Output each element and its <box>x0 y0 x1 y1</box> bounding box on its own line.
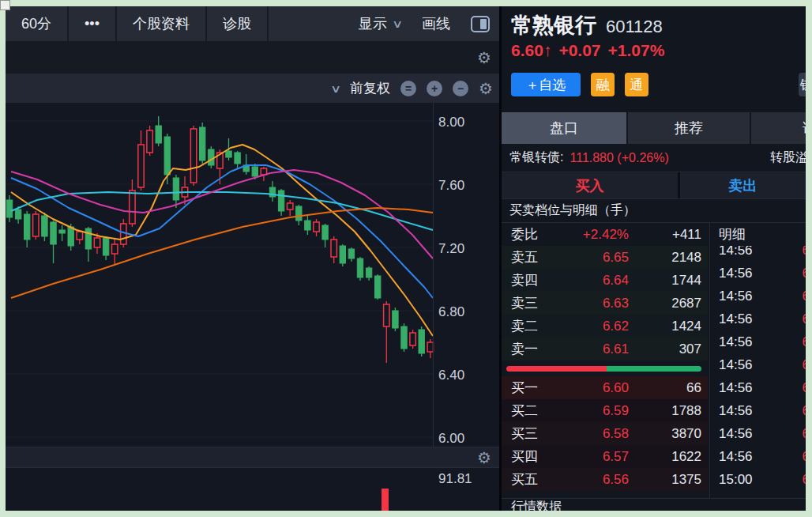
detail-row-6[interactable]: 14:566 <box>711 376 806 399</box>
price-row: 6.60↑ +0.07 +1.07% <box>511 41 664 60</box>
ask-row-4[interactable]: 卖四6.641744 <box>502 269 708 292</box>
chart-toolbar: 60分 ••• 个股资料 诊股 显示 ∨ 画线 <box>6 6 499 41</box>
price-change-pct: +1.07% <box>608 41 665 60</box>
detail-row-8[interactable]: 14:566 <box>711 422 806 445</box>
adjust-mode-label[interactable]: 前复权 <box>350 79 390 97</box>
bond-value: 111.880 (+0.26%) <box>570 151 668 165</box>
indicator-row: ⚙ <box>6 41 499 74</box>
detail-row-9[interactable]: 14:566 <box>711 445 806 468</box>
trade-detail-list[interactable]: 明细 14:56614:56614:56614:56614:56614:5661… <box>711 223 806 498</box>
last-price: 6.60↑ <box>511 41 551 60</box>
gear-icon[interactable]: ⚙ <box>479 81 493 96</box>
axis-tick-label: 6.80 <box>438 304 495 320</box>
gear-icon[interactable]: ⚙ <box>477 50 491 66</box>
axis-tick-label: 6.40 <box>438 368 495 383</box>
zoom-out-button[interactable]: − <box>453 81 468 96</box>
ask-row-3[interactable]: 卖三6.632687 <box>502 292 708 315</box>
clipped-button[interactable]: 钱 <box>799 73 806 96</box>
volume-bar <box>382 489 389 511</box>
ask-row-5[interactable]: 卖五6.652148 <box>502 246 708 269</box>
axis-tick-label: 7.20 <box>438 241 495 257</box>
bid-ask-ratio-bar <box>502 360 708 376</box>
bond-premium-label: 转股溢 <box>770 149 806 166</box>
bid-row-2[interactable]: 买二6.591788 <box>502 399 708 422</box>
ma-fast-amber <box>11 145 433 336</box>
quote-panel: 常熟银行 601128 6.60↑ +0.07 +1.07% ＋自选 融 通 钱… <box>499 6 806 511</box>
candlestick-svg[interactable] <box>6 103 499 447</box>
tab-2[interactable]: 论 <box>751 112 806 144</box>
convertible-bond-row[interactable]: 常银转债: 111.880 (+0.26%) 转股溢 <box>502 144 806 172</box>
orderbook-title: 买卖档位与明细（手） <box>502 199 806 223</box>
action-buttons: ＋自选 融 通 <box>511 73 648 96</box>
bid-row-4[interactable]: 买四6.571622 <box>502 445 708 468</box>
ask-row-2[interactable]: 卖二6.621424 <box>502 315 708 338</box>
price-change: +0.07 <box>558 41 600 60</box>
gear-icon[interactable]: ⚙ <box>477 450 491 466</box>
detail-row-5[interactable]: 14:566 <box>711 353 806 376</box>
screen: 60分 ••• 个股资料 诊股 显示 ∨ 画线 ⚙ ∨ 前复权 <box>0 0 812 517</box>
margin-badge[interactable]: 融 <box>591 73 615 96</box>
detail-header: 明细 <box>711 223 806 246</box>
more-periods-button[interactable]: ••• <box>69 6 117 41</box>
bid-row-1[interactable]: 买一6.6066 <box>502 376 708 399</box>
bid-row-3[interactable]: 买三6.583870 <box>502 422 708 445</box>
add-watchlist-button[interactable]: ＋自选 <box>511 73 581 96</box>
draw-line-button[interactable]: 画线 <box>422 14 450 33</box>
market-data-section-label[interactable]: 行情数据 <box>502 498 806 511</box>
stock-name: 常熟银行 <box>511 11 596 40</box>
diagnose-button[interactable]: 诊股 <box>207 6 269 41</box>
buy-button[interactable]: 买入 <box>502 172 680 198</box>
chevron-down-icon: ∨ <box>392 17 403 30</box>
sidebar-toggle-icon[interactable] <box>471 16 490 32</box>
chevron-down-icon[interactable]: ∨ <box>330 82 341 95</box>
panel-tabs: 盘口推荐论 <box>502 112 806 144</box>
bid-row-5[interactable]: 买五6.561375 <box>502 468 708 491</box>
axis-tick-label: 6.00 <box>438 431 495 447</box>
ask-row-1[interactable]: 卖一6.61307 <box>502 338 708 360</box>
chart-pane: 60分 ••• 个股资料 诊股 显示 ∨ 画线 ⚙ ∨ 前复权 <box>6 6 499 511</box>
detail-row-3[interactable]: 14:566 <box>711 308 806 330</box>
detail-row-4[interactable]: 14:566 <box>711 330 806 353</box>
display-menu-button[interactable]: 显示 ∨ <box>359 14 401 33</box>
detail-row-7[interactable]: 14:566 <box>711 399 806 422</box>
sell-button[interactable]: 卖出 <box>680 172 806 198</box>
adjust-row: ∨ 前复权 = + − ⚙ <box>6 74 499 103</box>
screenshot-artifact <box>0 0 10 10</box>
trading-app-window: 60分 ••• 个股资料 诊股 显示 ∨ 画线 ⚙ ∨ 前复权 <box>6 6 806 511</box>
stock-title: 常熟银行 601128 <box>511 11 663 40</box>
orderbook-header[interactable]: 委比+2.42%+411 <box>502 223 708 246</box>
bond-label: 常银转债: <box>509 149 563 166</box>
axis-tick-label: 8.00 <box>438 115 495 130</box>
volume-scale-label: 91.81 <box>438 471 472 487</box>
detail-row-10[interactable]: 15:006 <box>711 468 806 491</box>
volume-pane[interactable]: 91.81 <box>6 468 499 511</box>
volume-pane-header: ⚙ <box>6 447 499 468</box>
ma-slow-magenta <box>11 170 433 258</box>
display-label: 显示 <box>359 14 387 33</box>
tab-1[interactable]: 推荐 <box>628 112 751 144</box>
candlestick-chart[interactable] <box>6 103 499 447</box>
connect-badge[interactable]: 通 <box>625 73 648 96</box>
tab-0[interactable]: 盘口 <box>502 112 628 144</box>
orderbook-divider <box>709 223 710 498</box>
ma-long-orange <box>11 208 433 298</box>
period-button[interactable]: 60分 <box>6 6 69 41</box>
stock-info-button[interactable]: 个股资料 <box>117 6 207 41</box>
detail-row-1[interactable]: 14:566 <box>711 262 806 285</box>
trade-buttons: 买入 卖出 <box>502 172 806 199</box>
up-arrow-icon: ↑ <box>543 41 552 59</box>
orderbook: 委比+2.42%+411卖五6.652148卖四6.641744卖三6.6326… <box>502 223 806 498</box>
detail-row-2[interactable]: 14:566 <box>711 285 806 308</box>
zoom-in-button[interactable]: + <box>427 81 442 96</box>
stock-code: 601128 <box>606 17 663 37</box>
zoom-reset-button[interactable]: = <box>400 81 416 96</box>
axis-tick-label: 7.60 <box>438 178 495 194</box>
